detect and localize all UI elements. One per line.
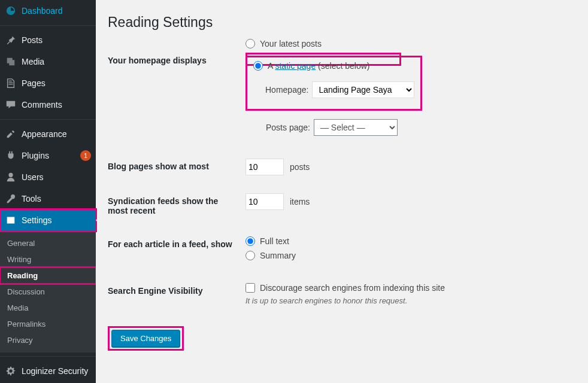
- sidebar-label: Comments: [22, 100, 91, 110]
- blog-pages-unit: posts: [290, 162, 310, 172]
- sidebar-item-plugins[interactable]: Plugins 1: [0, 145, 96, 166]
- submenu-reading[interactable]: Reading: [0, 268, 96, 284]
- settings-form: Your homepage displays Your latest posts: [108, 44, 576, 314]
- sidebar-item-dashboard[interactable]: Dashboard: [0, 0, 96, 22]
- submenu-media[interactable]: Media: [0, 300, 96, 316]
- update-badge: 1: [80, 150, 91, 161]
- submenu-writing[interactable]: Writing: [0, 251, 96, 268]
- comments-icon: [5, 99, 17, 111]
- sidebar-label: Plugins: [22, 151, 77, 160]
- sidebar-item-tools[interactable]: Tools: [0, 188, 96, 209]
- sidebar-item-media[interactable]: Media: [0, 51, 96, 72]
- page-title: Reading Settings: [108, 14, 576, 31]
- pin-icon: [5, 34, 17, 46]
- feed-label: For each article in a feed, show: [108, 227, 240, 274]
- media-icon: [5, 56, 17, 68]
- sidebar-label: Pages: [22, 78, 91, 88]
- radio-full-text[interactable]: [245, 236, 255, 246]
- sidebar-label: Media: [22, 57, 91, 66]
- gear-icon: [5, 365, 17, 377]
- submenu-discussion[interactable]: Discussion: [0, 284, 96, 300]
- radio-summary[interactable]: [245, 251, 255, 260]
- users-icon: [5, 171, 17, 183]
- radio-latest-posts[interactable]: [245, 39, 255, 48]
- sidebar-label: Posts: [22, 35, 91, 45]
- submenu-general[interactable]: General: [0, 235, 96, 251]
- radio-static-page[interactable]: [253, 61, 263, 71]
- sidebar-item-users[interactable]: Users: [0, 166, 96, 188]
- sidebar-label: Tools: [22, 194, 91, 203]
- radio-full-text-label: Full text: [260, 236, 289, 246]
- sidebar-label: Appearance: [22, 129, 91, 139]
- homepage-select[interactable]: Landing Page Saya: [312, 81, 414, 98]
- sidebar-item-posts[interactable]: Posts: [0, 29, 96, 51]
- main-content: Reading Settings Your homepage displays …: [96, 0, 588, 383]
- settings-icon: [5, 214, 17, 226]
- pages-icon: [5, 77, 17, 89]
- save-button[interactable]: Save Changes: [111, 330, 180, 347]
- homepage-displays-label: Your homepage displays: [108, 44, 240, 150]
- homepage-select-label: Homepage:: [265, 85, 308, 95]
- radio-summary-label: Summary: [260, 251, 296, 260]
- radio-static-label: A static page (select below): [268, 61, 369, 71]
- sidebar-item-loginizer[interactable]: Loginizer Security: [0, 360, 96, 382]
- sidebar-label: Loginizer Security: [22, 366, 91, 376]
- tools-icon: [5, 193, 17, 205]
- admin-sidebar: Dashboard Posts Media Pages Comments App…: [0, 0, 96, 383]
- sidebar-label: Settings: [22, 215, 91, 225]
- highlight-save-box: Save Changes: [108, 326, 184, 351]
- syndication-label: Syndication feeds show the most recent: [108, 184, 240, 227]
- postspage-select[interactable]: — Select —: [314, 119, 398, 136]
- syndication-input[interactable]: [245, 193, 284, 210]
- radio-latest-posts-label: Your latest posts: [260, 39, 322, 48]
- sev-checkbox[interactable]: [245, 283, 255, 293]
- sev-check-label: Discourage search engines from indexing …: [260, 283, 445, 293]
- submenu-permalinks[interactable]: Permalinks: [0, 316, 96, 332]
- appearance-icon: [5, 128, 17, 140]
- sidebar-item-pages[interactable]: Pages: [0, 72, 96, 94]
- postspage-select-label: Posts page:: [266, 123, 310, 132]
- sidebar-item-appearance[interactable]: Appearance: [0, 123, 96, 145]
- sidebar-label: Users: [22, 172, 91, 182]
- highlight-homepage-box: A static page (select below) Homepage: L…: [245, 56, 422, 111]
- sev-label: Search Engine Visibility: [108, 274, 240, 314]
- blog-pages-input[interactable]: [245, 159, 284, 175]
- syndication-unit: items: [290, 197, 310, 206]
- sev-desc: It is up to search engines to honor this…: [245, 296, 570, 305]
- static-page-link[interactable]: static page: [275, 61, 316, 71]
- settings-submenu: General Writing Reading Discussion Media…: [0, 231, 96, 352]
- sidebar-item-comments[interactable]: Comments: [0, 94, 96, 115]
- plugins-icon: [5, 150, 17, 162]
- submenu-privacy[interactable]: Privacy: [0, 332, 96, 348]
- blog-pages-label: Blog pages show at most: [108, 150, 240, 184]
- sidebar-label: Dashboard: [22, 6, 91, 16]
- sidebar-item-settings[interactable]: Settings: [0, 209, 96, 231]
- dashboard-icon: [5, 5, 17, 17]
